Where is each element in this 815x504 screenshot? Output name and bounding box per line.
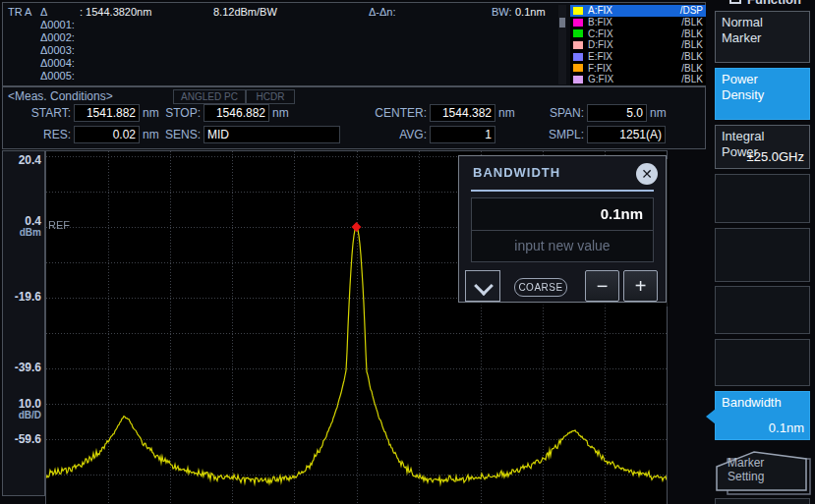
marker-readout-panel: TR A Δ : 1544.3820nm 8.12dBm/BW Δ-Δn: BW… <box>2 2 706 86</box>
dialog-title: BANDWIDTH <box>473 165 560 180</box>
trace-c-swatch <box>573 29 583 37</box>
trace-b-mode: /BLK <box>681 17 703 28</box>
delta-row-5: Δ0005: <box>40 70 75 82</box>
y-tick-4: -59.6 <box>15 432 41 446</box>
integral-power-value: ±25.0GHz <box>747 149 804 165</box>
res-field: RES: 0.02 nm <box>11 126 159 143</box>
sens-value[interactable]: MID <box>204 126 340 143</box>
res-label: RES: <box>11 128 74 141</box>
legend-scrollbar-thumb[interactable] <box>559 18 565 28</box>
bandwidth-button-label: Bandwidth <box>722 395 782 410</box>
marker-power-density: 8.12dBm/BW <box>213 6 277 18</box>
trace-a-name: A:FIX <box>588 5 680 16</box>
bandwidth-button[interactable]: Bandwidth 0.1nm <box>715 391 810 440</box>
smpl-value[interactable]: 1251(A) <box>587 126 666 143</box>
legend-row-c[interactable]: C:FIX /BLK <box>570 28 706 39</box>
start-field: START: 1541.882 nm <box>11 104 159 122</box>
trace-c-mode: /BLK <box>681 28 703 39</box>
center-field: CENTER: 1544.382 nm <box>357 104 515 122</box>
stop-label: STOP: <box>148 106 204 120</box>
delta-symbol: Δ <box>40 6 47 18</box>
delta-row-2: Δ0002: <box>40 31 75 43</box>
span-unit: nm <box>647 106 667 120</box>
y-tick-2: -19.6 <box>15 290 41 304</box>
return-button[interactable]: Return <box>715 498 810 504</box>
sens-label: SENS: <box>148 128 204 141</box>
trace-f-mode: /BLK <box>681 63 703 74</box>
avg-value[interactable]: 1 <box>430 126 495 143</box>
y-scale-unit: dB/D <box>19 410 41 420</box>
decrement-button[interactable]: − <box>585 270 619 302</box>
trace-d-swatch <box>573 41 583 49</box>
stop-unit: nm <box>269 106 289 120</box>
smpl-label: SMPL: <box>526 128 587 141</box>
stop-field: STOP: 1546.882 nm <box>148 104 289 122</box>
bw-label: BW: <box>492 6 512 18</box>
delta-row-4: Δ0004: <box>40 57 75 69</box>
power-density-button[interactable]: Power Density <box>715 68 810 120</box>
increment-button[interactable]: + <box>623 270 658 302</box>
function-checkbox-icon[interactable] <box>729 0 741 4</box>
stop-value[interactable]: 1546.882 <box>204 104 269 122</box>
trace-a-swatch <box>573 7 583 15</box>
y-tick-3: -39.6 <box>15 361 41 374</box>
angled-pc-badge: ANGLED PC <box>173 89 246 104</box>
bandwidth-value-box: 0.1nm input new value <box>471 197 654 262</box>
normal-marker-button[interactable]: Normal Marker <box>715 11 810 63</box>
delta-wavelength: : 1544.3820nm <box>80 6 151 18</box>
avg-field: AVG: 1 <box>357 126 495 143</box>
trace-f-swatch <box>573 64 583 72</box>
trace-e-name: E:FIX <box>588 51 681 62</box>
function-header-label: Function <box>747 0 801 10</box>
softkey-empty-3[interactable] <box>715 286 810 334</box>
center-label: CENTER: <box>357 106 430 120</box>
start-value[interactable]: 1541.882 <box>74 104 140 122</box>
smpl-field: SMPL: 1251(A) <box>526 126 666 143</box>
trace-b-swatch <box>573 19 583 27</box>
bandwidth-current-value[interactable]: 0.1nm <box>472 198 653 231</box>
y-axis: 20.4 0.4 dBm -19.6 -39.6 10.0 dB/D -59.6 <box>2 150 45 496</box>
trace-c-name: C:FIX <box>588 28 681 39</box>
coarse-button[interactable]: COARSE <box>514 278 567 297</box>
softkey-empty-2[interactable] <box>715 228 810 282</box>
span-value[interactable]: 5.0 <box>587 104 647 122</box>
trace-e-swatch <box>573 53 583 61</box>
trace-g-name: G:FIX <box>588 74 681 84</box>
center-value[interactable]: 1544.382 <box>430 104 495 122</box>
meas-conditions-title: <Meas. Conditions> <box>8 89 113 103</box>
trace-label: TR A <box>8 6 31 18</box>
marker-setting-label: Marker Setting <box>728 456 786 483</box>
hcdr-badge: HCDR <box>246 89 295 104</box>
avg-label: AVG: <box>357 128 430 141</box>
legend-row-a[interactable]: A:FIX /DSP <box>570 5 706 17</box>
ref-tag: REF <box>48 219 70 231</box>
trace-a-mode: /DSP <box>680 5 703 16</box>
trace-f-name: F:FIX <box>588 63 681 74</box>
start-label: START: <box>11 106 74 120</box>
softkey-empty-4[interactable] <box>715 339 810 386</box>
trace-e-mode: /BLK <box>681 51 703 62</box>
trace-legend: A:FIX /DSP B:FIX /BLK C:FIX /BLK D:FIX /… <box>570 5 706 85</box>
legend-row-f[interactable]: F:FIX /BLK <box>570 62 706 74</box>
trace-d-name: D:FIX <box>588 39 681 50</box>
collapse-button[interactable] <box>465 270 500 302</box>
function-header: Function <box>729 0 812 10</box>
close-icon[interactable]: ✕ <box>636 163 658 185</box>
osa-screen: TR A Δ : 1544.3820nm 8.12dBm/BW Δ-Δn: BW… <box>0 0 815 504</box>
softkey-empty-1[interactable] <box>715 174 810 223</box>
delta-n-label: Δ-Δn: <box>369 6 396 18</box>
legend-row-g[interactable]: G:FIX /BLK <box>570 74 706 85</box>
bandwidth-dialog: BANDWIDTH ✕ 0.1nm input new value COARSE… <box>458 155 667 303</box>
legend-row-b[interactable]: B:FIX /BLK <box>570 17 706 28</box>
res-value[interactable]: 0.02 <box>74 126 140 143</box>
bw-value: 0.1nm <box>515 6 546 18</box>
legend-row-d[interactable]: D:FIX /BLK <box>570 39 706 51</box>
integral-power-button[interactable]: Integral Power ±25.0GHz <box>715 125 810 169</box>
sens-field: SENS: MID <box>148 126 340 143</box>
bandwidth-input[interactable]: input new value <box>472 231 653 261</box>
trace-g-swatch <box>573 76 583 84</box>
legend-scrollbar[interactable] <box>558 5 566 84</box>
chevron-down-icon <box>474 276 494 296</box>
legend-row-e[interactable]: E:FIX /BLK <box>570 51 706 63</box>
marker-setting-button[interactable]: Marker Setting <box>715 447 812 498</box>
